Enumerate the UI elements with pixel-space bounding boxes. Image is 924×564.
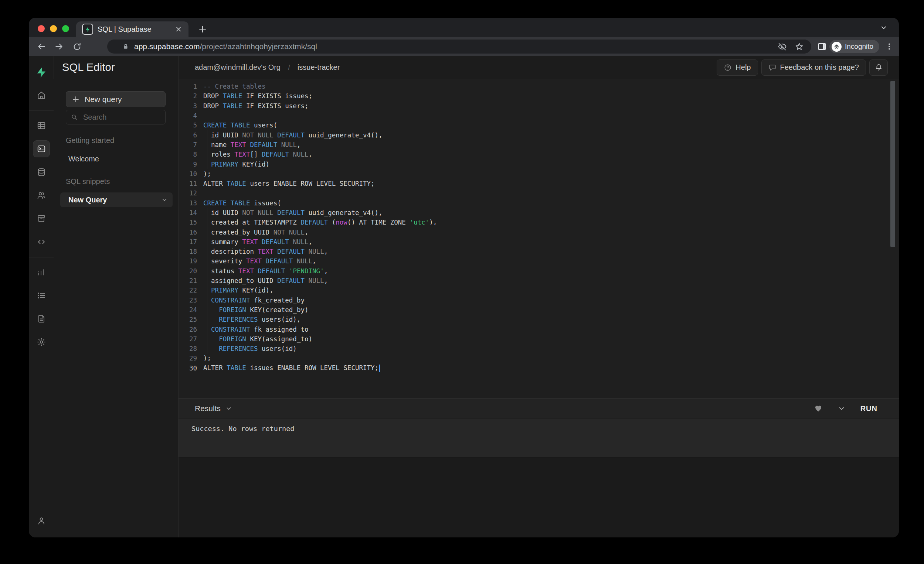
url-bar[interactable]: app.supabase.com/project/azahtnhqohyjerz… <box>107 39 811 54</box>
run-button[interactable]: RUN <box>860 404 878 413</box>
rail-item-api[interactable] <box>33 233 50 250</box>
code-line[interactable]: 10); <box>178 169 899 179</box>
code-line[interactable]: 2DROP TABLE IF EXISTS issues; <box>178 91 899 101</box>
code-token <box>273 248 278 255</box>
code-token <box>203 296 211 304</box>
code-line[interactable]: 27 FOREIGN KEY(assigned_to) <box>178 334 899 344</box>
code-token: , <box>324 268 328 275</box>
rail-item-table-editor[interactable] <box>33 117 50 134</box>
line-number: 13 <box>178 199 197 207</box>
scrollbar-thumb[interactable] <box>890 81 895 247</box>
results-dropdown[interactable]: Results <box>195 404 232 413</box>
supabase-logo-icon[interactable] <box>36 64 47 81</box>
reload-icon[interactable] <box>71 40 83 52</box>
code-token: DEFAULT <box>262 238 289 245</box>
code-line[interactable]: 19 severity TEXT DEFAULT NULL, <box>178 256 899 266</box>
browser-tab[interactable]: SQL | Supabase <box>76 21 189 37</box>
code-token <box>203 326 211 333</box>
lock-icon[interactable] <box>122 43 129 50</box>
rail-item-auth[interactable] <box>33 187 50 204</box>
code-line[interactable]: 15 created_at TIMESTAMPTZ DEFAULT (now()… <box>178 218 899 227</box>
code-line[interactable]: 21 assigned_to UUID DEFAULT NULL, <box>178 276 899 286</box>
code-text: created_at TIMESTAMPTZ DEFAULT (now() AT… <box>197 218 437 226</box>
code-line[interactable]: 30ALTER TABLE issues ENABLE ROW LEVEL SE… <box>178 364 899 373</box>
tab-search-chevron-icon[interactable] <box>879 23 888 33</box>
nav-rail <box>29 56 54 537</box>
code-line[interactable]: 13CREATE TABLE issues( <box>178 198 899 208</box>
maximize-window-button[interactable] <box>62 25 69 32</box>
search-input[interactable] <box>82 113 154 122</box>
breadcrumb-project[interactable]: issue-tracker <box>297 63 340 72</box>
code-line[interactable]: 6 id UUID NOT NULL DEFAULT uuid_generate… <box>178 130 899 140</box>
code-line[interactable]: 11ALTER TABLE users ENABLE ROW LEVEL SEC… <box>178 179 899 188</box>
page-title: SQL Editor <box>62 61 115 73</box>
code-line[interactable]: 26 CONSTRAINT fk_assigned_to <box>178 324 899 334</box>
forward-icon[interactable] <box>53 40 65 52</box>
code-token: DEFAULT <box>250 141 277 148</box>
line-number: 5 <box>178 121 197 129</box>
code-token: assigned_to UUID <box>203 277 277 284</box>
code-line[interactable]: 16 created_by UUID NOT NULL, <box>178 227 899 237</box>
code-line[interactable]: 29); <box>178 353 899 363</box>
feedback-button[interactable]: Feedback on this page? <box>761 60 866 76</box>
code-line[interactable]: 9 PRIMARY KEY(id) <box>178 159 899 169</box>
browser-menu-icon[interactable] <box>884 40 895 52</box>
rail-item-storage[interactable] <box>33 210 50 227</box>
code-token: TEXT <box>231 141 246 148</box>
browser-toolbar: app.supabase.com/project/azahtnhqohyjerz… <box>29 37 899 56</box>
code-line[interactable]: 14 id UUID NOT NULL DEFAULT uuid_generat… <box>178 208 899 218</box>
code-line[interactable]: 17 summary TEXT DEFAULT NULL, <box>178 237 899 247</box>
rail-item-account[interactable] <box>33 512 50 529</box>
code-line[interactable]: 4 <box>178 111 899 120</box>
code-line[interactable]: 23 CONSTRAINT fk_created_by <box>178 295 899 305</box>
snippet-item-new-query[interactable]: New Query <box>60 192 172 207</box>
sql-editor[interactable]: 1-- Create tables2DROP TABLE IF EXISTS i… <box>178 79 899 398</box>
rail-item-logs[interactable] <box>33 287 50 304</box>
favorite-heart-icon[interactable] <box>814 404 823 413</box>
code-token: NOT NULL <box>273 229 304 236</box>
line-number: 15 <box>178 218 197 226</box>
code-line[interactable]: 12 <box>178 188 899 198</box>
code-token: CREATE TABLE <box>203 121 250 129</box>
run-options-chevron-icon[interactable] <box>838 405 845 412</box>
side-panel-icon[interactable] <box>816 40 828 52</box>
help-button[interactable]: Help <box>717 60 758 76</box>
settings-icon <box>37 337 46 347</box>
code-line[interactable]: 28 REFERENCES users(id) <box>178 344 899 353</box>
snippet-item-welcome[interactable]: Welcome <box>60 151 172 166</box>
url-host: app.supabase.com <box>134 42 200 51</box>
rail-divider <box>29 111 54 111</box>
new-tab-button[interactable] <box>196 22 209 36</box>
breadcrumb-org[interactable]: adam@windmill.dev's Org <box>195 63 280 72</box>
code-line[interactable]: 22 PRIMARY KEY(id), <box>178 286 899 295</box>
code-line[interactable]: 5CREATE TABLE users( <box>178 120 899 130</box>
code-line[interactable]: 7 name TEXT DEFAULT NULL, <box>178 140 899 150</box>
code-line[interactable]: 3DROP TABLE IF EXISTS users; <box>178 101 899 111</box>
code-line[interactable]: 24 FOREIGN KEY(created_by) <box>178 305 899 315</box>
new-query-button[interactable]: New query <box>66 91 166 107</box>
code-line[interactable]: 1-- Create tables <box>178 82 899 91</box>
code-token: users(id) <box>258 345 297 352</box>
eye-off-icon[interactable] <box>777 41 788 52</box>
code-line[interactable]: 8 roles TEXT[] DEFAULT NULL, <box>178 150 899 159</box>
rail-item-docs[interactable] <box>33 310 50 327</box>
minimize-window-button[interactable] <box>50 25 57 32</box>
rail-item-home[interactable] <box>33 87 50 104</box>
search-box[interactable] <box>66 110 166 124</box>
code-line[interactable]: 25 REFERENCES users(id), <box>178 315 899 324</box>
notifications-button[interactable] <box>869 60 888 76</box>
line-number: 27 <box>178 335 197 343</box>
close-window-button[interactable] <box>38 25 45 32</box>
rail-item-database[interactable] <box>33 164 50 181</box>
rail-item-sql-editor[interactable] <box>33 141 50 157</box>
rail-item-settings[interactable] <box>33 334 50 350</box>
code-text: ALTER TABLE users ENABLE ROW LEVEL SECUR… <box>197 180 375 187</box>
code-line[interactable]: 18 description TEXT DEFAULT NULL, <box>178 247 899 256</box>
rail-item-reports[interactable] <box>33 264 50 281</box>
code-token: NULL <box>281 141 297 148</box>
tab-close-icon[interactable] <box>174 24 183 34</box>
back-icon[interactable] <box>36 40 47 52</box>
bookmark-star-icon[interactable] <box>794 41 805 52</box>
code-text: CONSTRAINT fk_created_by <box>197 296 304 304</box>
code-line[interactable]: 20 status TEXT DEFAULT 'PENDING', <box>178 266 899 276</box>
